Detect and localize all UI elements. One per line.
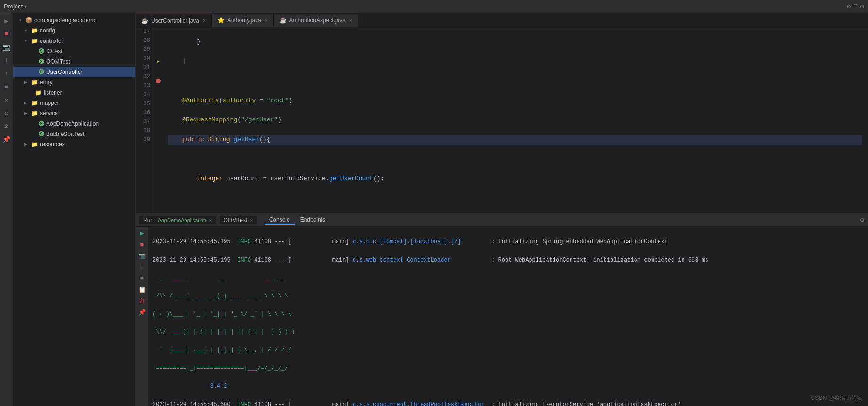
gutter-29 bbox=[154, 47, 162, 57]
console-output[interactable]: 2023-11-29 14:55:45.195 INFO 41108 --- [… bbox=[149, 227, 868, 406]
bottom-left-controls: ▶ ■ 📷 ↓ ≡ 📋 🗑 📌 bbox=[136, 227, 149, 406]
log-line-ascii4: \\/ ___)| |_)| | | | | || (_| | ) ) ) ) bbox=[153, 328, 864, 337]
project-label[interactable]: Project ▾ bbox=[4, 3, 27, 10]
log-line-ascii3: ( ( )\___ | '_ | '_| | '_ \/ _` | \ \ \ … bbox=[153, 310, 864, 319]
blc-trash-icon[interactable]: 🗑 bbox=[137, 296, 147, 306]
endpoints-tab[interactable]: Endpoints bbox=[296, 215, 330, 225]
log-line-3: 2023-11-29 14:55:45.600 INFO 41108 --- [… bbox=[153, 400, 864, 406]
run-close-icon[interactable]: × bbox=[209, 217, 212, 223]
blc-pin2-icon[interactable]: 📌 bbox=[137, 308, 147, 317]
blc-camera-icon[interactable]: 📷 bbox=[137, 251, 147, 261]
tree-item-service[interactable]: ▶ 📁 service bbox=[13, 108, 135, 119]
stop-icon[interactable]: ■ bbox=[1, 28, 12, 40]
tree-item-com-aigaofeng[interactable]: ▾ 📦 com.aigaofeng.aopdemo bbox=[13, 15, 135, 25]
tree-label: resources bbox=[40, 141, 65, 148]
log-line-version: 3.4.2 bbox=[153, 382, 864, 391]
tree-label: entry bbox=[40, 79, 53, 86]
tab-close-aspect[interactable]: × bbox=[349, 18, 352, 23]
close-icon[interactable]: ✕ bbox=[1, 94, 12, 105]
bottom-tabs: Console Endpoints bbox=[265, 215, 330, 225]
project-dropdown-arrow: ▾ bbox=[24, 4, 27, 9]
code-editor[interactable]: 27 28 29 30 31 32 33 34 35 36 37 38 39 bbox=[136, 27, 868, 213]
oomtest-close-icon[interactable]: × bbox=[250, 217, 253, 223]
code-line-30: @Authority(authority = "root") bbox=[168, 96, 862, 106]
tree-label: BubbleSortTest bbox=[46, 131, 84, 137]
watermark: CSDN @浪浪山的猿 bbox=[811, 394, 862, 402]
tree-item-controller[interactable]: ▾ 📁 controller bbox=[13, 36, 135, 46]
tab-usercontroller[interactable]: ☕ UserController.java × bbox=[136, 14, 212, 27]
sort-icon[interactable]: ≡ bbox=[853, 2, 857, 10]
tab-label: Authority.java bbox=[227, 17, 261, 24]
top-bar: Project ▾ ⚙ ≡ ⚙ bbox=[0, 0, 868, 13]
tree-item-iotest[interactable]: 🅢 IOTest bbox=[13, 46, 135, 56]
gutter-37 bbox=[154, 125, 162, 135]
tree-item-aopdemo[interactable]: 🅢 AopDemoApplication bbox=[13, 119, 135, 129]
bottom-panel: Run: AopDemoApplication × OOMTest × Cons… bbox=[136, 213, 868, 406]
oomtest-tab[interactable]: OOMTest × bbox=[220, 216, 257, 224]
blc-stop-icon[interactable]: ■ bbox=[137, 240, 147, 249]
log-line-2: 2023-11-29 14:55:45.195 INFO 41108 --- [… bbox=[153, 256, 864, 265]
run-label: Run: bbox=[143, 217, 155, 223]
tab-label: AuthoritionAspect.java bbox=[289, 17, 346, 24]
tree-label: IOTest bbox=[46, 48, 63, 55]
tab-close-usercontroller[interactable]: × bbox=[203, 18, 206, 23]
app-name: AopDemoApplication bbox=[158, 217, 206, 223]
gutter-35 bbox=[154, 105, 162, 115]
tree-item-bubblesort[interactable]: 🅢 BubbleSortTest bbox=[13, 129, 135, 139]
settings-left-icon[interactable]: ⚙ bbox=[1, 120, 12, 132]
tree-label: service bbox=[40, 110, 58, 117]
aspect-tab-icon: ☕ bbox=[280, 17, 287, 24]
down-arrow-icon[interactable]: ↓ bbox=[1, 55, 12, 66]
pin-icon[interactable]: 📌 bbox=[1, 134, 12, 145]
code-line-29 bbox=[168, 76, 862, 86]
content-area: ▾ 📦 com.aigaofeng.aopdemo ▾ 📁 config ▾ 📁… bbox=[13, 13, 868, 406]
refresh-icon[interactable]: ↻ bbox=[1, 107, 12, 119]
run-icon[interactable]: ▶ bbox=[1, 15, 12, 26]
left-icon-bar: ▶ ■ 📷 ↓ ↑ ≡ ✕ ↻ ⚙ 📌 bbox=[0, 13, 13, 406]
gutter-36 bbox=[154, 115, 162, 125]
run-tab[interactable]: Run: AopDemoApplication × bbox=[139, 216, 216, 224]
blc-list-icon[interactable]: 📋 bbox=[137, 285, 147, 295]
filter-icon[interactable]: ≡ bbox=[1, 81, 12, 92]
gear-icon[interactable]: ⚙ bbox=[860, 2, 864, 10]
code-line-28: | bbox=[168, 56, 862, 66]
tree-item-entry[interactable]: ▶ 📁 entry bbox=[13, 77, 135, 88]
tab-close-authority[interactable]: × bbox=[265, 18, 268, 23]
code-line-34: Integer userCount = userInfoService.getU… bbox=[168, 174, 862, 184]
tab-authorition-aspect[interactable]: ☕ AuthoritionAspect.java × bbox=[274, 14, 358, 27]
gutter-31 bbox=[154, 66, 162, 76]
gutter-38 bbox=[154, 135, 162, 145]
authority-tab-icon: ⭐ bbox=[217, 17, 225, 24]
tree-item-mapper[interactable]: ▶ 📁 mapper bbox=[13, 98, 135, 108]
console-tab[interactable]: Console bbox=[265, 215, 295, 225]
gutter-33 bbox=[154, 86, 162, 96]
editor-tabs: ☕ UserController.java × ⭐ Authority.java… bbox=[136, 13, 868, 27]
code-content[interactable]: } | @Authority(authority = "root") @Requ… bbox=[162, 27, 868, 213]
tab-authority[interactable]: ⭐ Authority.java × bbox=[212, 14, 274, 27]
editor-area: ☕ UserController.java × ⭐ Authority.java… bbox=[136, 13, 868, 406]
line-numbers: 27 28 29 30 31 32 33 34 35 36 37 38 39 bbox=[136, 27, 154, 213]
breakpoint-dot-32[interactable] bbox=[156, 79, 161, 83]
up-arrow-icon[interactable]: ↑ bbox=[1, 68, 12, 79]
main-layout: ▶ ■ 📷 ↓ ↑ ≡ ✕ ↻ ⚙ 📌 ▾ 📦 com.aigaofeng.ao… bbox=[0, 13, 868, 406]
blc-down-icon[interactable]: ↓ bbox=[137, 263, 147, 272]
tree-item-resources[interactable]: ▶ 📁 resources bbox=[13, 139, 135, 150]
blc-run-icon[interactable]: ▶ bbox=[137, 229, 147, 238]
tree-label: com.aigaofeng.aopdemo bbox=[34, 17, 96, 24]
file-tree: ▾ 📦 com.aigaofeng.aopdemo ▾ 📁 config ▾ 📁… bbox=[13, 13, 136, 406]
bottom-settings-icon[interactable]: ⚙ bbox=[860, 216, 864, 224]
gutter-34 bbox=[154, 96, 162, 106]
settings-icon[interactable]: ⚙ bbox=[847, 2, 851, 10]
code-line-27: } bbox=[168, 37, 862, 47]
log-line-1: 2023-11-29 14:55:45.195 INFO 41108 --- [… bbox=[153, 238, 864, 247]
gutter-27 bbox=[154, 27, 162, 37]
bottom-toolbar: Run: AopDemoApplication × OOMTest × Cons… bbox=[136, 214, 868, 227]
tree-item-listener[interactable]: 📁 listener bbox=[13, 88, 135, 98]
log-line-ascii5: ' |____| .__|_| |_|_| |_\__, | / / / / bbox=[153, 346, 864, 355]
gutter-icons: ▶ bbox=[154, 27, 162, 213]
blc-filter-icon[interactable]: ≡ bbox=[137, 274, 147, 283]
tree-item-config[interactable]: ▾ 📁 config bbox=[13, 25, 135, 36]
tree-item-oomtest[interactable]: 🅢 OOMTest bbox=[13, 56, 135, 67]
tree-item-usercontroller[interactable]: 🅢 UserController bbox=[13, 67, 135, 77]
camera-icon[interactable]: 📷 bbox=[1, 41, 12, 53]
